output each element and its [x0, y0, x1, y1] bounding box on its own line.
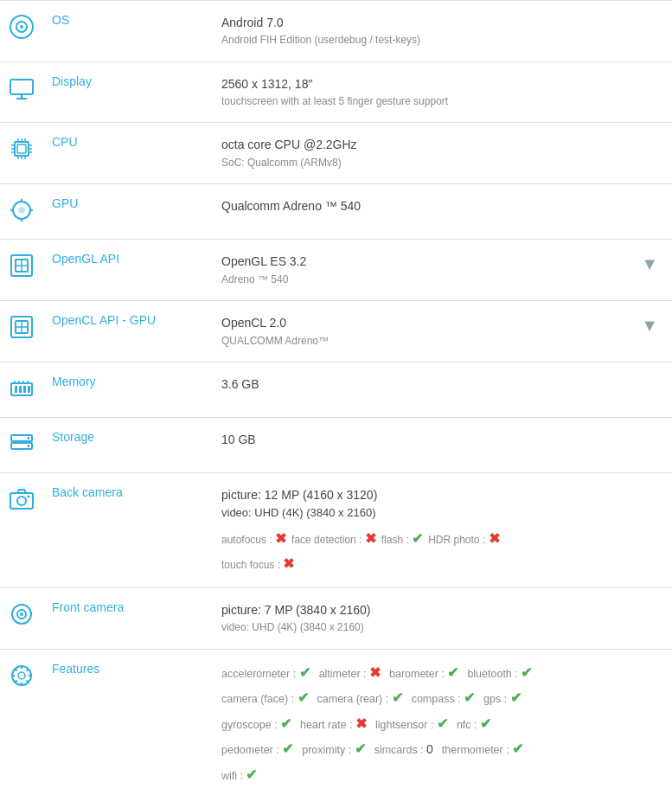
feature2-gyroscope: gyroscope : ✔ [221, 713, 291, 735]
feature2-thermometer: thermometer : ✔ [442, 738, 523, 760]
storage-icon [8, 447, 35, 460]
label-storage: Storage [43, 417, 208, 472]
cross-icon: ✖ [283, 556, 294, 571]
value-sub: QUALCOMM Adreno™ [221, 333, 658, 349]
row-display: Display2560 x 1312, 18"touchscreen with … [0, 61, 672, 123]
row-os: OSAndroid 7.0Android FIH Edition (userde… [0, 1, 672, 62]
feature-autofocus: autofocus : ✖ [221, 528, 286, 550]
svg-point-53 [12, 666, 31, 685]
svg-point-46 [28, 445, 30, 447]
svg-rect-35 [15, 386, 17, 393]
feature2-accelerometer: accelerometer : ✔ [221, 662, 310, 684]
dropdown-arrow[interactable]: ▼ [641, 311, 658, 339]
feature2-pedometer: pedometer : ✔ [221, 738, 293, 760]
row-gpu: GPUQualcomm Adreno ™ 540 [0, 183, 672, 239]
check-icon: ✔ [512, 741, 523, 756]
label-features: Features [43, 649, 208, 795]
svg-point-45 [28, 437, 30, 439]
check-icon: ✔ [480, 716, 491, 731]
row-cpu: CPUocta core CPU @2.2GHzSoC: Qualcomm (A… [0, 123, 672, 184]
row-memory: Memory3.6 GB [0, 362, 672, 417]
value-main: 2560 x 1312, 18" [221, 74, 658, 93]
feature2-camera--rear-: camera (rear) : ✔ [317, 687, 403, 709]
icon-cell-features [0, 649, 43, 795]
feature2-bluetooth: bluetooth : ✔ [467, 662, 532, 684]
cross-icon: ✖ [489, 531, 500, 546]
os-icon [8, 30, 35, 43]
icon-cell-backcam [0, 472, 43, 587]
svg-rect-38 [28, 386, 30, 393]
label-cpu: CPU [43, 123, 208, 184]
gpu-icon [8, 214, 35, 227]
svg-rect-37 [23, 386, 26, 393]
value-sub: SoC: Qualcomm (ARMv8) [221, 155, 658, 171]
zero-value: 0 [426, 742, 433, 756]
icon-cell-storage [0, 417, 43, 472]
value-sub: Adreno ™ 540 [221, 272, 658, 288]
icon-cell-gpu [0, 183, 43, 239]
value-sub: touchscreen with at least 5 finger gestu… [221, 93, 658, 110]
label-gpu: GPU [43, 183, 208, 239]
row-opengl: OpenGL APIOpenGL ES 3.2▼Adreno ™ 540 [0, 239, 672, 300]
cross-icon: ✖ [369, 665, 381, 680]
value-opengl: OpenGL ES 3.2▼Adreno ™ 540 [208, 239, 672, 300]
feature2-wifi: wifi : ✔ [221, 764, 257, 786]
value-storage: 10 GB [208, 417, 672, 472]
cross-icon: ✖ [355, 716, 367, 731]
feature-HDR-photo: HDR photo : ✖ [428, 528, 499, 550]
value-main: OpenGL ES 3.2 [221, 254, 306, 268]
svg-point-2 [20, 25, 23, 29]
feature2-nfc: nfc : ✔ [457, 713, 491, 735]
value-sub: Android FIH Edition (userdebug / test-ke… [221, 32, 658, 48]
value-frontcam: picture: 7 MP (3840 x 2160)video: UHD (4… [208, 588, 672, 650]
cross-icon: ✖ [365, 531, 376, 546]
feature2-proximity: proximity : ✔ [302, 738, 365, 760]
svg-point-49 [28, 495, 30, 497]
svg-point-54 [18, 672, 25, 679]
svg-rect-36 [19, 386, 22, 393]
check-icon: ✔ [447, 665, 458, 680]
value-main: picture: 7 MP (3840 x 2160) [221, 600, 658, 619]
value-opencl: OpenCL 2.0▼QUALCOMM Adreno™ [208, 300, 672, 362]
label-backcam: Back camera [43, 472, 208, 587]
label-display: Display [43, 61, 208, 123]
memory-icon [8, 392, 35, 405]
value-memory: 3.6 GB [208, 362, 672, 417]
opencl-icon [8, 330, 35, 343]
value-sub: video: UHD (4K) (3840 x 2160) [221, 619, 658, 636]
label-memory: Memory [43, 362, 208, 417]
feature2-barometer: barometer : ✔ [389, 662, 458, 684]
feature2-altimeter: altimeter : ✖ [319, 662, 381, 684]
label-frontcam: Front camera [43, 588, 208, 650]
icon-cell-os [0, 1, 43, 62]
value-backcam: picture: 12 MP (4160 x 3120)video: UHD (… [208, 472, 672, 587]
svg-rect-3 [10, 80, 33, 94]
icon-cell-opencl [0, 300, 43, 362]
svg-point-21 [18, 207, 25, 214]
cross-icon: ✖ [275, 531, 286, 546]
check-icon: ✔ [437, 716, 448, 731]
frontcamera-icon [8, 618, 35, 631]
value-main: OpenCL 2.0 [221, 316, 286, 330]
icon-cell-display [0, 61, 43, 123]
value-features: accelerometer : ✔altimeter : ✖barometer … [208, 649, 672, 795]
check-icon: ✔ [298, 690, 309, 705]
value-main: picture: 12 MP (4160 x 3120) [221, 485, 658, 504]
value-display: 2560 x 1312, 18"touchscreen with at leas… [208, 61, 672, 123]
icon-cell-frontcam [0, 588, 43, 650]
feature-touch-focus: touch focus : ✖ [221, 553, 294, 575]
dropdown-arrow[interactable]: ▼ [641, 250, 658, 278]
label-opengl: OpenGL API [43, 239, 208, 300]
value-main: Android 7.0 [221, 13, 658, 32]
feature2-gps: gps : ✔ [483, 687, 522, 709]
row-storage: Storage10 GB [0, 417, 672, 472]
check-icon: ✔ [464, 690, 475, 705]
value-main: Qualcomm Adreno ™ 540 [221, 196, 658, 215]
row-frontcam: Front camerapicture: 7 MP (3840 x 2160)v… [0, 588, 672, 650]
check-icon: ✔ [280, 716, 291, 731]
camera-icon [8, 503, 35, 516]
features-icon [8, 679, 35, 692]
svg-rect-7 [17, 144, 26, 153]
feature2-lightsensor: lightsensor : ✔ [375, 713, 448, 735]
feature-face-detection: face detection : ✖ [291, 528, 376, 550]
